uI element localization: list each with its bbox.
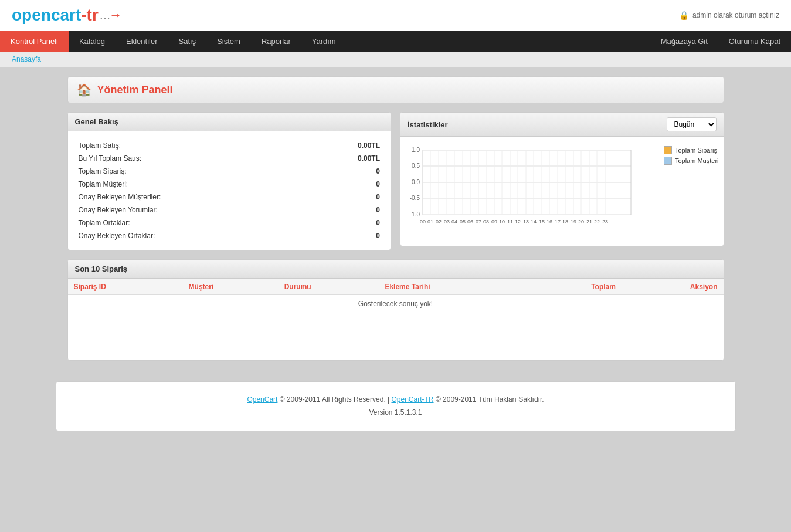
nav-raporlar[interactable]: Raporlar [251,31,301,52]
footer-opencart-link[interactable]: OpenCart [247,395,277,404]
stats-value: 0 [310,191,382,203]
breadcrumb-home[interactable]: Anasayfa [12,55,41,63]
stats-row: Onay Bekleyen Müşteriler:0 [76,191,383,203]
istatistikler-panel: İstatistikler Bugün Bu Hafta Bu Ay Bu Yı… [400,112,724,246]
genel-bakis-title: Genel Bakış [75,117,118,126]
legend-color-siparis [664,146,672,154]
stats-row: Toplam Satış:0.00TL [76,140,383,151]
chart-legend: Toplam Sipariş Toplam Müşteri [664,146,719,165]
svg-text:20: 20 [578,219,584,225]
page-header-panel: 🏠 Yönetim Paneli [67,76,724,103]
svg-text:22: 22 [594,219,600,225]
two-col-layout: Genel Bakış Toplam Satış:0.00TLBu Yıl To… [67,112,724,250]
col-durumu: Durumu [279,279,379,295]
stats-label: Onay Bekleyen Ortaklar: [76,230,310,242]
nav-katalog[interactable]: Katalog [69,31,116,52]
admin-info-text: admin olarak oturum açtınız [692,11,779,19]
svg-text:-0.5: -0.5 [410,195,420,201]
nav-satis[interactable]: Satış [168,31,207,52]
son-siparisler-header: Son 10 Sipariş [68,260,724,279]
nav-eklentiler[interactable]: Eklentiler [116,31,168,52]
genel-bakis-header: Genel Bakış [68,113,391,131]
orders-table-body: Gösterilecek sonuç yok! [68,295,724,313]
stats-label: Toplam Müşteri: [76,178,310,190]
nav-oturumu-kapat[interactable]: Oturumu Kapat [718,31,791,52]
stats-value: 0.00TL [310,153,382,164]
svg-text:09: 09 [491,219,497,225]
genel-bakis-panel: Genel Bakış Toplam Satış:0.00TLBu Yıl To… [67,112,392,250]
stats-row: Onay Bekleyen Yorumlar:0 [76,204,383,216]
logo-dash: -t [81,6,92,25]
nav-magazaya-git[interactable]: Mağazaya Git [650,31,718,52]
genel-bakis-body: Toplam Satış:0.00TLBu Yıl Toplam Satış:0… [68,131,391,250]
legend-musteri: Toplam Müşteri [664,157,719,165]
svg-text:15: 15 [539,219,545,225]
son-siparisler-title: Son 10 Sipariş [75,265,128,273]
col-siparis-id: Sipariş ID [68,279,183,295]
svg-text:06: 06 [467,219,473,225]
svg-text:02: 02 [436,219,442,225]
stats-label: Bu Yıl Toplam Satış: [76,153,310,164]
svg-text:00: 00 [420,219,426,225]
footer-line1: OpenCart © 2009-2011 All Rights Reserved… [68,394,724,406]
genel-bakis-col: Genel Bakış Toplam Satış:0.00TLBu Yıl To… [67,112,392,250]
svg-text:13: 13 [523,219,529,225]
legend-label-musteri: Toplam Müşteri [675,157,719,164]
chart-area: 1.0 0.5 0.0 -0.5 -1.0 [400,137,724,246]
svg-text:12: 12 [515,219,521,225]
stats-label: Toplam Sipariş: [76,165,310,177]
stats-row: Onay Bekleyen Ortaklar:0 [76,230,383,242]
logo-text: opencart [12,6,81,25]
lock-icon: 🔒 [679,11,689,20]
navbar: Kontrol Paneli Katalog Eklentiler Satış … [0,31,791,52]
svg-text:0.5: 0.5 [412,162,420,169]
orders-table-head: Sipariş ID Müşteri Durumu Ekleme Tarihi … [68,279,724,295]
orders-table-header-row: Sipariş ID Müşteri Durumu Ekleme Tarihi … [68,279,724,295]
stats-label: Toplam Satış: [76,140,310,151]
legend-label-siparis: Toplam Sipariş [675,147,717,154]
svg-text:08: 08 [483,219,489,225]
footer-opencart-tr-link[interactable]: OpenCart-TR [392,395,434,404]
nav-kontrol-paneli[interactable]: Kontrol Paneli [0,31,69,52]
page-title: Yönetim Paneli [97,84,173,96]
nav-yardim[interactable]: Yardım [301,31,347,52]
legend-siparis: Toplam Sipariş [664,146,719,154]
logo: opencart -t r ... → [12,6,122,25]
breadcrumb: Anasayfa [0,52,791,67]
svg-text:05: 05 [460,219,466,225]
logo-r: r [92,6,99,25]
stats-label: Onay Bekleyen Müşteriler: [76,191,310,203]
admin-info-bar: 🔒 admin olarak oturum açtınız [679,11,779,20]
stats-value: 0 [310,204,382,216]
stats-row: Toplam Müşteri:0 [76,178,383,190]
svg-text:23: 23 [602,219,608,225]
istatistikler-filter[interactable]: Bugün Bu Hafta Bu Ay Bu Yıl [667,117,717,131]
stats-table: Toplam Satış:0.00TLBu Yıl Toplam Satış:0… [75,138,384,243]
svg-text:17: 17 [555,219,561,225]
footer-copyright-tr: © 2009-2011 Tüm Hakları Saklıdır. [436,395,544,404]
footer: OpenCart © 2009-2011 All Rights Reserved… [56,381,736,431]
svg-text:10: 10 [499,219,505,225]
son-siparisler-panel: Son 10 Sipariş Sipariş ID Müşteri Durumu… [67,259,724,361]
svg-text:19: 19 [571,219,576,225]
no-results-text: Gösterilecek sonuç yok! [68,295,724,313]
legend-color-musteri [664,157,672,165]
stats-row: Bu Yıl Toplam Satış:0.00TL [76,153,383,164]
svg-text:14: 14 [531,219,537,225]
svg-text:07: 07 [476,219,481,225]
chart-container: 1.0 0.5 0.0 -0.5 -1.0 [405,141,719,241]
nav-sistem[interactable]: Sistem [206,31,251,52]
col-toplam: Toplam [527,279,622,295]
stats-label: Toplam Ortaklar: [76,217,310,229]
stats-value: 0 [310,165,382,177]
logo-arrow-icon: → [109,8,122,23]
stats-value: 0 [310,217,382,229]
son-siparisler-body: Sipariş ID Müşteri Durumu Ekleme Tarihi … [68,279,724,360]
svg-text:1.0: 1.0 [412,147,420,153]
col-aksiyon: Aksiyon [622,279,724,295]
svg-text:01: 01 [427,219,433,225]
footer-copyright: © 2009-2011 All Rights Reserved. | [280,395,392,404]
svg-text:18: 18 [562,219,568,225]
header: opencart -t r ... → 🔒 admin olarak oturu… [0,0,791,31]
orders-table: Sipariş ID Müşteri Durumu Ekleme Tarihi … [68,279,724,313]
